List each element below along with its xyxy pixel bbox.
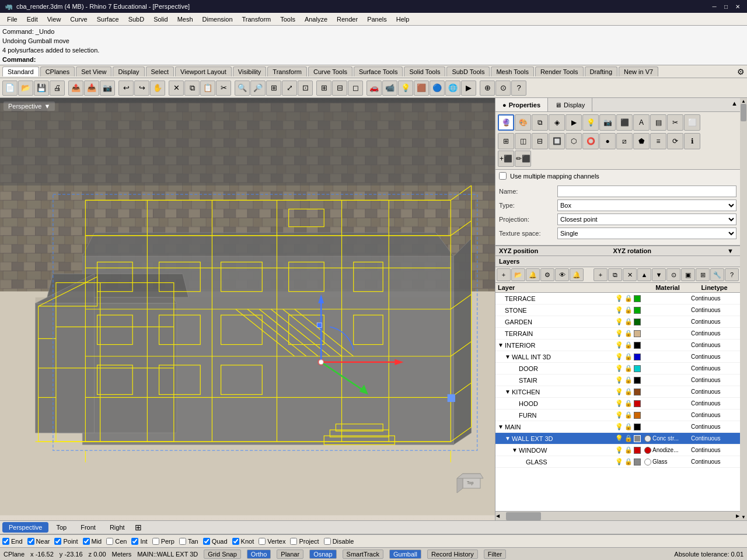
osnap-end-checkbox[interactable] [2,538,9,545]
osnap-tan-checkbox[interactable] [179,538,186,545]
tab-drafting[interactable]: Drafting [585,66,618,76]
menu-view[interactable]: View [43,15,66,24]
vp-tab-perspective[interactable]: Perspective [2,522,48,533]
zoom-select-icon[interactable]: ⊡ [298,80,313,96]
status-smarttrack[interactable]: SmartTrack [343,550,383,559]
layer-del-icon[interactable]: ✕ [623,268,637,281]
prop-object-icon[interactable]: 🔮 [498,114,514,131]
bulb-icon[interactable]: 💡 [615,330,623,337]
osnap-int-checkbox[interactable] [131,538,138,545]
cut-icon[interactable]: ✂ [216,80,231,96]
panel-vscroll-thumb[interactable] [741,104,746,121]
lock-icon[interactable]: 🔒 [624,318,633,326]
layer-new-icon[interactable]: + [497,268,511,281]
status-filter[interactable]: Filter [484,550,506,559]
tab-visibility[interactable]: Visibility [233,66,267,76]
bulb-icon[interactable]: 💡 [615,318,623,326]
prop-mesh-icon[interactable]: ◈ [549,114,565,131]
color-swatch-door[interactable] [634,365,641,372]
prop-material-icon[interactable]: 🎨 [515,114,531,131]
vp-tab-top[interactable]: Top [50,522,73,533]
lock-icon[interactable]: 🔒 [624,306,633,314]
prop-box-icon[interactable]: ⬡ [566,133,582,149]
bulb-icon[interactable]: 💡 [615,458,623,466]
layer-tool-icon[interactable]: 🔧 [710,268,724,281]
copy-icon[interactable]: ⧉ [184,80,200,96]
prop-planar-icon[interactable]: ⧄ [616,133,633,149]
osnap-disable-checkbox[interactable] [324,538,331,545]
osnap-near-checkbox[interactable] [27,538,34,545]
view-single-icon[interactable]: ◻ [348,80,363,96]
layer-settings-icon[interactable]: ⚙ [540,268,554,281]
export-icon[interactable]: 📤 [68,80,83,96]
material-icon[interactable]: 🔵 [430,80,445,96]
lock-icon[interactable]: 🔒 [624,446,633,454]
type-select[interactable]: Box Planar Cylindrical Spherical [557,200,736,211]
layer-row-stone[interactable]: STONE 💡 🔒 Continuous [495,304,740,316]
panel-scroll-down-icon[interactable]: ▼ [741,514,746,520]
light-icon[interactable]: 💡 [398,80,413,96]
tab-display[interactable]: Display [113,66,144,76]
color-swatch-main[interactable] [634,424,641,430]
color-swatch-stone[interactable] [634,307,641,314]
tab-mesh-tools[interactable]: Mesh Tools [491,66,533,76]
name-input[interactable] [557,186,736,197]
layer-dn-icon[interactable]: ▼ [652,268,666,281]
prop-annotation-icon[interactable]: A [633,114,650,131]
menu-analyze[interactable]: Analyze [300,15,332,24]
expand-icon-wall-int[interactable]: ▼ [505,354,512,360]
zoom-window-icon[interactable]: ⊞ [266,80,281,96]
prop-hatch-icon[interactable]: ▤ [650,114,666,131]
prop-cylinder-icon[interactable]: ⭕ [582,133,599,149]
color-swatch-terrain[interactable] [634,330,641,337]
status-planar[interactable]: Planar [277,550,303,559]
viewport[interactable]: Perspective ▼ [0,98,495,520]
close-button[interactable]: ✕ [733,2,742,11]
osnap-quad-checkbox[interactable] [203,538,210,545]
open-icon[interactable]: 📂 [18,80,33,96]
lock-icon[interactable]: 🔒 [624,388,633,396]
expand-icon-window[interactable]: ▼ [512,447,519,453]
color-swatch-stair[interactable] [634,377,641,384]
lock-icon[interactable]: 🔒 [624,400,633,407]
bulb-icon[interactable]: 💡 [615,365,623,372]
layer-bell-icon[interactable]: 🔔 [526,268,540,281]
layer-row-kitchen[interactable]: ▼ KITCHEN 💡 🔒 Continuous [495,386,740,398]
layer-row-wall-int[interactable]: ▼ WALL INT 3D 💡 🔒 Continuous [495,351,740,363]
expand-icon-main[interactable]: ▼ [498,424,505,430]
bulb-icon[interactable]: 💡 [615,411,623,419]
expand-icon-wall-ext[interactable]: ▼ [505,435,512,442]
help-icon[interactable]: ? [511,80,526,96]
tab-new-in-v7[interactable]: New in V7 [619,66,658,76]
prop-edit-channel-icon[interactable]: ✏⬛ [515,150,531,167]
layer-row-wall-ext[interactable]: ▼ WALL EXT 3D 💡 🔒 Conc str... Continuous [495,433,740,444]
osnap-knot-checkbox[interactable] [232,538,239,545]
menu-mesh[interactable]: Mesh [173,15,198,24]
scroll-right-icon[interactable]: ▶ [735,513,740,519]
lock-icon[interactable]: 🔒 [624,435,633,442]
bulb-icon[interactable]: 💡 [615,388,623,396]
osnap-project-checkbox[interactable] [290,538,297,545]
menu-file[interactable]: File [2,15,22,24]
projection-select[interactable]: Closest point UV [557,214,736,225]
bulb-icon[interactable]: 💡 [615,446,623,454]
panel-collapse-icon[interactable]: ▲ [729,98,740,111]
layer-bell2-icon[interactable]: 🔔 [570,268,584,281]
layer-row-terrace[interactable]: TERRACE 💡 🔒 Continuous [495,293,740,304]
prop-unwrap-icon[interactable]: ⊟ [532,133,548,149]
layer-up-icon[interactable]: ▲ [637,268,651,281]
menu-tools[interactable]: Tools [275,15,300,24]
undo-icon[interactable]: ↩ [118,80,134,96]
tab-subd-tools[interactable]: SubD Tools [446,66,490,76]
expand-icon-kitchen[interactable]: ▼ [505,388,512,395]
prop-render-icon[interactable]: ▶ [566,114,582,131]
layer-row-stair[interactable]: STAIR 💡 🔒 Continuous [495,374,740,386]
prop-xform-icon[interactable]: ⟳ [667,133,683,149]
status-osnap[interactable]: Osnap [309,550,336,559]
prop-groundplane-icon[interactable]: ⬜ [684,114,700,131]
lock-icon[interactable]: 🔒 [624,341,633,349]
gumball-icon[interactable]: ⊕ [480,80,495,96]
tab-viewport-layout[interactable]: Viewport Layout [175,66,232,76]
lock-icon[interactable]: 🔒 [624,365,633,372]
bulb-icon[interactable]: 💡 [615,353,623,360]
